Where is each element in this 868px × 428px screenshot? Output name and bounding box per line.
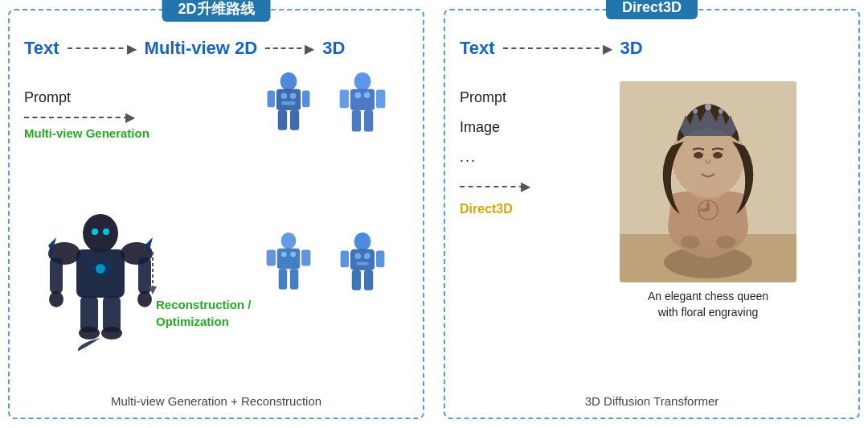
mv-gen-label: Multi-view Generation xyxy=(24,126,149,140)
svg-rect-18 xyxy=(277,249,300,270)
svg-point-62 xyxy=(694,152,703,158)
left-arrow1-line xyxy=(68,47,132,49)
left-3d-label: 3D xyxy=(322,38,345,59)
svg-point-9 xyxy=(354,72,371,90)
svg-point-17 xyxy=(281,233,297,249)
svg-rect-10 xyxy=(350,88,375,109)
recon-arrow-group: Reconstruction /Optimization xyxy=(145,248,251,330)
svg-marker-53 xyxy=(149,286,157,294)
svg-rect-11 xyxy=(340,89,349,108)
svg-rect-29 xyxy=(352,270,361,290)
svg-point-34 xyxy=(83,214,118,253)
svg-rect-3 xyxy=(302,90,309,107)
svg-point-31 xyxy=(355,253,362,259)
svg-rect-30 xyxy=(364,270,373,290)
svg-rect-40 xyxy=(50,257,63,294)
svg-rect-28 xyxy=(376,251,384,268)
left-body: Prompt ▶ Multi-view Generation xyxy=(24,65,408,386)
robot-figure-3 xyxy=(256,229,321,302)
robot-svg-2 xyxy=(334,71,391,139)
left-multiview-label: Multi-view 2D xyxy=(145,38,258,59)
svg-point-16 xyxy=(364,92,371,98)
left-prompt-label: Prompt xyxy=(24,89,149,106)
left-arrow1-head: ▶ xyxy=(127,41,137,56)
left-panel-title: 2D升维路线 xyxy=(162,0,270,22)
left-footer: Multi-view Generation + Reconstruction xyxy=(24,394,408,408)
svg-point-66 xyxy=(716,236,735,249)
svg-point-32 xyxy=(364,253,371,259)
caption-text: An elegant chess queenwith floral engrav… xyxy=(648,290,768,319)
svg-point-23 xyxy=(281,252,287,257)
recon-label: Reconstruction /Optimization xyxy=(156,296,251,330)
right-text-label: Text xyxy=(460,38,495,59)
left-text-label: Text xyxy=(24,38,59,59)
direct3d-arrow-head: ▶ xyxy=(521,179,530,194)
svg-rect-8 xyxy=(282,101,296,105)
right-panel: Direct3D Text ▶ 3D Prompt Image ... ▶ xyxy=(444,9,860,419)
svg-rect-1 xyxy=(276,88,301,109)
svg-rect-12 xyxy=(376,89,385,108)
left-prompt-col: Prompt ▶ Multi-view Generation xyxy=(24,73,149,140)
svg-point-51 xyxy=(96,264,105,274)
robot-figure-4 xyxy=(330,229,395,302)
left-arrow2-line xyxy=(265,47,309,49)
svg-point-0 xyxy=(280,72,297,90)
svg-rect-4 xyxy=(278,110,287,130)
left-arrow2-head: ▶ xyxy=(305,41,314,56)
direct3d-arrow-line xyxy=(460,186,524,187)
prompt-arrow-head: ▶ xyxy=(125,109,135,125)
svg-point-42 xyxy=(49,291,63,307)
svg-rect-14 xyxy=(364,110,373,131)
svg-rect-19 xyxy=(267,250,276,266)
robot-svg-1 xyxy=(260,71,317,139)
chess-queen-caption: An elegant chess queenwith floral engrav… xyxy=(648,289,768,320)
direct3d-arrow-row: ▶ xyxy=(460,179,564,194)
svg-rect-26 xyxy=(350,249,375,270)
direct3d-proc-label: Direct3D xyxy=(460,202,564,216)
svg-rect-13 xyxy=(352,110,361,131)
svg-point-47 xyxy=(101,327,122,340)
left-panel: 2D升维路线 Text ▶ Multi-view 2D ▶ 3D Prompt xyxy=(8,9,424,419)
svg-point-49 xyxy=(103,228,109,235)
svg-point-48 xyxy=(92,228,98,235)
svg-point-46 xyxy=(79,327,100,340)
svg-rect-33 xyxy=(356,262,368,265)
recon-arrow-inner: Reconstruction /Optimization xyxy=(145,248,251,330)
svg-point-25 xyxy=(354,233,371,251)
robot-svg-4 xyxy=(334,231,391,299)
left-flow-row: Text ▶ Multi-view 2D ▶ 3D xyxy=(24,38,408,59)
svg-point-63 xyxy=(713,152,723,158)
right-arrow-line xyxy=(503,47,608,49)
robots-grid xyxy=(256,68,400,386)
chess-queen-image xyxy=(620,81,796,282)
robot-figure-1 xyxy=(256,68,321,141)
prompt-arrow-row: ▶ xyxy=(24,109,149,125)
main-container: 2D升维路线 Text ▶ Multi-view 2D ▶ 3D Prompt xyxy=(8,9,860,419)
svg-point-7 xyxy=(290,93,297,99)
robot-figure-2 xyxy=(330,68,395,141)
right-arrow-head: ▶ xyxy=(603,41,612,56)
svg-rect-21 xyxy=(279,269,287,290)
right-labels-col: Prompt Image ... ▶ Direct3D xyxy=(460,65,564,386)
svg-rect-2 xyxy=(268,90,275,107)
svg-rect-27 xyxy=(341,251,349,268)
right-panel-title: Direct3D xyxy=(606,0,698,19)
svg-point-59 xyxy=(705,104,711,110)
svg-rect-22 xyxy=(290,269,298,290)
right-body: Prompt Image ... ▶ Direct3D xyxy=(460,65,844,386)
right-flow-row: Text ▶ 3D xyxy=(460,38,844,59)
right-footer: 3D Diffusion Transformer xyxy=(460,394,844,408)
svg-point-15 xyxy=(355,92,362,98)
svg-rect-5 xyxy=(290,110,299,130)
svg-point-6 xyxy=(281,93,288,99)
right-image-col: An elegant chess queenwith floral engrav… xyxy=(572,65,844,386)
robot-svg-3 xyxy=(260,231,317,299)
right-dots-label: ... xyxy=(460,149,564,166)
svg-rect-20 xyxy=(301,250,310,266)
svg-point-24 xyxy=(290,252,296,257)
right-prompt-label: Prompt xyxy=(460,89,564,106)
svg-point-60 xyxy=(693,109,698,113)
queen-bust-svg xyxy=(620,81,796,282)
svg-point-61 xyxy=(719,109,723,113)
right-image-label: Image xyxy=(460,119,564,136)
